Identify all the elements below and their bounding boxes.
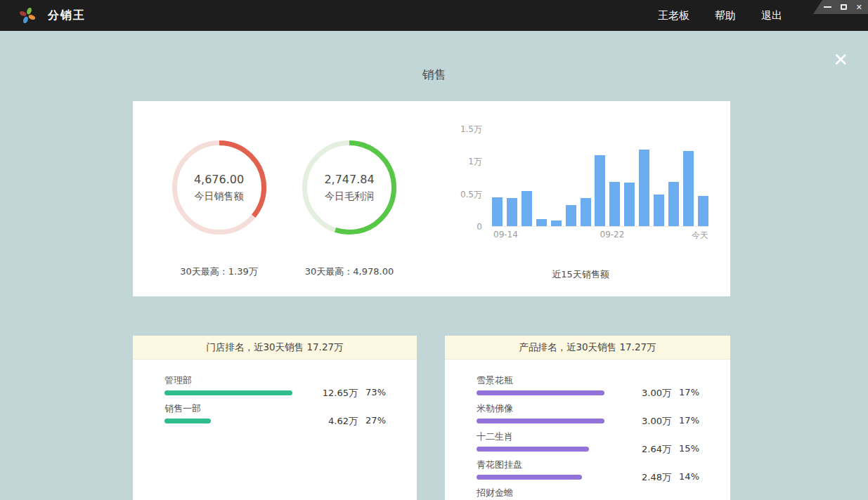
ranking-label: 十二生肖 bbox=[477, 430, 513, 443]
minimize-icon[interactable] bbox=[824, 6, 831, 8]
sales-bar-chart: 1.5万 1万 0.5万 0 09-14 09-22 今天 近15天销售额 bbox=[453, 129, 708, 227]
y-tick: 0.5万 bbox=[460, 188, 482, 200]
ranking-label: 销售一部 bbox=[164, 402, 201, 415]
bar bbox=[609, 182, 620, 226]
ranking-label: 管理部 bbox=[164, 374, 192, 387]
bar bbox=[639, 150, 649, 226]
product-ranking-title: 产品排名，近30天销售 17.27万 bbox=[445, 336, 730, 360]
bar bbox=[668, 182, 679, 226]
bar bbox=[698, 196, 708, 226]
titlebar: 分销王 王老板 帮助 退出 ✕ bbox=[0, 0, 868, 31]
page-title: 销售 bbox=[0, 67, 868, 83]
bar bbox=[624, 183, 635, 226]
window-controls: ✕ bbox=[813, 0, 868, 14]
today-profit-label: 今日毛利润 bbox=[325, 190, 374, 203]
ranking-value: 4.62万 bbox=[328, 415, 358, 428]
progress-bar bbox=[164, 419, 211, 423]
today-profit-30d-max: 30天最高：4,978.00 bbox=[297, 265, 402, 278]
app-name: 分销王 bbox=[48, 8, 86, 23]
today-sales-value: 4,676.00 bbox=[194, 173, 244, 186]
ranking-percent: 73% bbox=[365, 387, 386, 397]
today-sales-30d-max: 30天最高：1.39万 bbox=[164, 265, 273, 278]
bar-chart-x-axis: 09-14 09-22 今天 bbox=[492, 230, 708, 241]
ranking-row: 青花图挂盘2.48万14% bbox=[445, 456, 730, 485]
ranking-value: 3.00万 bbox=[642, 415, 671, 428]
ranking-label: 米勒佛像 bbox=[477, 402, 513, 415]
ranking-percent: 27% bbox=[365, 415, 386, 426]
today-sales-label: 今日销售额 bbox=[195, 190, 244, 203]
product-ranking-card: 产品排名，近30天销售 17.27万 雪景花瓶3.00万17%米勒佛像3.00万… bbox=[445, 336, 730, 500]
progress-bar bbox=[477, 447, 589, 452]
today-sales-donut: 4,676.00 今日销售额 30天最高：1.39万 bbox=[164, 140, 273, 278]
bar-chart-y-axis: 1.5万 1万 0.5万 0 bbox=[453, 129, 482, 227]
store-ranking-title: 门店排名，近30天销售 17.27万 bbox=[133, 336, 417, 360]
window-close-icon[interactable]: ✕ bbox=[856, 4, 862, 11]
progress-bar bbox=[477, 475, 582, 480]
today-profit-donut: 2,747.84 今日毛利润 30天最高：4,978.00 bbox=[297, 140, 402, 278]
bar bbox=[522, 191, 532, 226]
x-tick: 09-14 bbox=[493, 230, 518, 239]
bar bbox=[551, 221, 562, 226]
bar bbox=[492, 197, 503, 226]
product-ranking-rows: 雪景花瓶3.00万17%米勒佛像3.00万17%十二生肖2.64万15%青花图挂… bbox=[445, 360, 730, 500]
ranking-value: 12.65万 bbox=[323, 387, 358, 400]
bar-chart-plot bbox=[492, 129, 708, 227]
ranking-row: 销售一部4.62万27% bbox=[133, 400, 417, 428]
pinwheel-logo-icon bbox=[18, 6, 37, 25]
bar bbox=[595, 155, 605, 226]
sales-overview-card: 4,676.00 今日销售额 30天最高：1.39万 2,747.84 今日毛利… bbox=[133, 101, 730, 296]
progress-bar bbox=[477, 390, 604, 395]
ranking-row: 十二生肖2.64万15% bbox=[445, 428, 730, 456]
y-tick: 1.5万 bbox=[460, 124, 482, 136]
close-icon[interactable]: ✕ bbox=[833, 51, 848, 69]
bar bbox=[581, 198, 591, 226]
nav-help[interactable]: 帮助 bbox=[715, 9, 736, 22]
bar bbox=[507, 198, 517, 226]
ranking-row: 管理部12.65万73% bbox=[133, 372, 417, 400]
ranking-row: 米勒佛像3.00万17% bbox=[445, 400, 730, 428]
ranking-row: 招财金蟾 bbox=[445, 485, 730, 500]
bar bbox=[683, 151, 694, 226]
ranking-percent: 17% bbox=[679, 415, 699, 426]
store-ranking-card: 门店排名，近30天销售 17.27万 管理部12.65万73%销售一部4.62万… bbox=[133, 336, 417, 500]
nav-logout[interactable]: 退出 bbox=[761, 9, 782, 22]
ranking-percent: 14% bbox=[679, 471, 699, 482]
maximize-icon[interactable] bbox=[841, 4, 847, 10]
ranking-row: 雪景花瓶3.00万17% bbox=[445, 372, 730, 400]
progress-bar bbox=[477, 419, 604, 423]
ranking-percent: 15% bbox=[679, 443, 699, 454]
today-profit-value: 2,747.84 bbox=[324, 173, 374, 186]
x-tick: 09-22 bbox=[600, 230, 625, 239]
ranking-percent: 17% bbox=[679, 387, 699, 397]
y-tick: 0 bbox=[477, 222, 482, 232]
x-tick: 今天 bbox=[692, 230, 708, 242]
y-tick: 1万 bbox=[468, 156, 482, 168]
ranking-label: 招财金蟾 bbox=[477, 487, 513, 499]
titlebar-nav: 王老板 帮助 退出 bbox=[658, 9, 782, 22]
bar-chart-caption: 近15天销售额 bbox=[453, 268, 708, 281]
ranking-value: 2.48万 bbox=[642, 471, 671, 484]
ranking-label: 青花图挂盘 bbox=[477, 459, 522, 471]
bar bbox=[536, 219, 547, 226]
bar bbox=[566, 205, 576, 226]
progress-bar bbox=[164, 390, 292, 395]
ranking-value: 3.00万 bbox=[642, 387, 671, 400]
nav-user[interactable]: 王老板 bbox=[658, 9, 689, 22]
ranking-label: 雪景花瓶 bbox=[477, 374, 513, 387]
store-ranking-rows: 管理部12.65万73%销售一部4.62万27% bbox=[133, 360, 417, 428]
bar bbox=[654, 195, 664, 226]
ranking-value: 2.64万 bbox=[642, 443, 671, 456]
